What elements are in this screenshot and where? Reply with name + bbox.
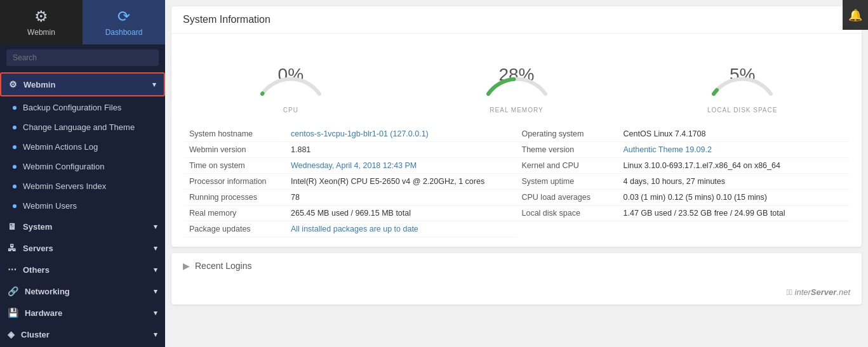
hardware-label: Hardware xyxy=(25,308,62,318)
dashboard-tab-label: Dashboard xyxy=(105,28,143,37)
processor-value: Intel(R) Xeon(R) CPU E5-2650 v4 @ 2.20GH… xyxy=(291,177,484,186)
sidebar-item-system[interactable]: 🖥 System ▾ xyxy=(0,216,165,237)
sidebar-nav: ⚙ Webmin ▾ Backup Configuration Files Ch… xyxy=(0,71,165,347)
sidebar-item-change-language[interactable]: Change Language and Theme xyxy=(0,117,165,137)
theme-value[interactable]: Authentic Theme 19.09.2 xyxy=(624,145,712,154)
servers-index-label: Webmin Servers Index xyxy=(23,181,106,191)
cluster-arrow-icon: ▾ xyxy=(154,331,157,339)
cpu-gauge-container: 0% xyxy=(253,46,329,103)
dot-icon xyxy=(13,145,17,149)
change-language-label: Change Language and Theme xyxy=(23,122,135,132)
kernel-row: Kernel and CPU Linux 3.10.0-693.17.1.el7… xyxy=(517,158,850,174)
system-label: System xyxy=(23,222,52,232)
servers-icon: 🖧 xyxy=(8,243,17,253)
search-container xyxy=(0,44,165,71)
dot-icon xyxy=(13,106,17,110)
uptime-label: System uptime xyxy=(522,177,624,186)
interserver-logo:  interServer.net xyxy=(171,278,862,304)
sidebar-item-networking[interactable]: 🔗 Networking ▾ xyxy=(0,280,165,302)
networking-label: Networking xyxy=(25,287,70,296)
real-memory-value: 265.45 MB used / 969.15 MB total xyxy=(291,209,411,218)
sidebar-item-backup-config[interactable]: Backup Configuration Files xyxy=(0,98,165,117)
os-value: CentOS Linux 7.4.1708 xyxy=(624,129,706,138)
search-input[interactable] xyxy=(6,49,159,66)
hostname-value[interactable]: centos-s-1vcpu-1gb-blr1-01 (127.0.0.1) xyxy=(291,129,429,138)
sidebar-item-others[interactable]: ⋯ Others ▾ xyxy=(0,259,165,280)
running-processes-value: 78 xyxy=(291,193,300,202)
kernel-label: Kernel and CPU xyxy=(522,161,624,170)
webmin-section-icon: ⚙ xyxy=(9,79,17,89)
package-updates-label: Package updates xyxy=(189,225,291,233)
dashboard-tab[interactable]: ⟳ Dashboard xyxy=(83,0,165,44)
cpu-gauge-label: CPU xyxy=(283,107,298,114)
kernel-value: Linux 3.10.0-693.17.1.el7.x86_64 on x86_… xyxy=(624,161,780,170)
webmin-section-label: Webmin xyxy=(23,80,55,89)
webmin-icon: ⚙ xyxy=(34,8,48,25)
servers-label: Servers xyxy=(23,244,53,253)
local-disk-row: Local disk space 1.47 GB used / 23.52 GB… xyxy=(517,206,850,221)
others-arrow-icon: ▾ xyxy=(154,266,157,274)
time-label: Time on system xyxy=(189,161,291,170)
cpu-gauge-svg xyxy=(253,46,329,103)
webmin-tab-label: Webmin xyxy=(27,28,55,37)
uptime-value[interactable]: 4 days, 10 hours, 27 minutes xyxy=(624,177,726,186)
disk-gauge-svg xyxy=(704,46,780,103)
disk-gauge-container: 5% xyxy=(704,46,780,103)
sidebar-item-servers[interactable]: 🖧 Servers ▾ xyxy=(0,237,165,259)
others-label: Others xyxy=(23,265,50,275)
actions-log-label: Webmin Actions Log xyxy=(23,142,98,152)
dot-icon xyxy=(13,165,17,169)
webmin-version-label: Webmin version xyxy=(189,145,291,154)
memory-gauge: 28% REAL MEMORY xyxy=(404,46,630,114)
system-info-table: System hostname centos-s-1vcpu-1gb-blr1-… xyxy=(171,120,862,247)
memory-gauge-label: REAL MEMORY xyxy=(490,107,543,114)
info-col-right: Operating system CentOS Linux 7.4.1708 T… xyxy=(517,126,850,237)
memory-gauge-container: 28% xyxy=(479,46,555,103)
sidebar-item-cluster[interactable]: ◈ Cluster ▾ xyxy=(0,324,165,345)
sidebar-item-hardware[interactable]: 💾 Hardware ▾ xyxy=(0,302,165,324)
real-memory-label: Real memory xyxy=(189,209,291,218)
local-disk-value: 1.47 GB used / 23.52 GB free / 24.99 GB … xyxy=(624,209,785,218)
disk-gauge-label: LOCAL DISK SPACE xyxy=(707,107,777,114)
time-value[interactable]: Wednesday, April 4, 2018 12:43 PM xyxy=(291,161,417,170)
memory-gauge-svg xyxy=(479,46,555,103)
system-arrow-icon: ▾ xyxy=(154,223,157,231)
sidebar-item-configuration[interactable]: Webmin Configuration xyxy=(0,157,165,176)
main-scrollable: System Information 0% CPU xyxy=(165,0,868,347)
sidebar: ⚙ Webmin ⟳ Dashboard ⚙ Webmin ▾ Backup C… xyxy=(0,0,165,347)
cpu-load-value: 0.03 (1 min) 0.12 (5 mins) 0.10 (15 mins… xyxy=(624,193,767,202)
hardware-icon: 💾 xyxy=(8,308,18,318)
others-icon: ⋯ xyxy=(8,265,17,275)
cpu-gauge: 0% CPU xyxy=(178,46,404,114)
recent-logins-panel: ▶ Recent Logins  interServer.net xyxy=(171,253,862,304)
system-info-panel: System Information 0% CPU xyxy=(171,6,862,247)
users-label: Webmin Users xyxy=(23,201,77,211)
dot-icon xyxy=(13,185,17,188)
hostname-row: System hostname centos-s-1vcpu-1gb-blr1-… xyxy=(184,126,517,142)
webmin-tab[interactable]: ⚙ Webmin xyxy=(0,0,83,44)
info-row: System hostname centos-s-1vcpu-1gb-blr1-… xyxy=(184,126,849,237)
os-label: Operating system xyxy=(522,129,624,138)
sidebar-item-users[interactable]: Webmin Users xyxy=(0,196,165,216)
system-icon: 🖥 xyxy=(8,221,17,232)
webmin-version-value: 1.881 xyxy=(291,145,310,154)
dot-icon xyxy=(13,126,17,129)
os-row: Operating system CentOS Linux 7.4.1708 xyxy=(517,126,850,142)
package-updates-value[interactable]: All installed packages are up to date xyxy=(291,225,418,233)
interserver-text:  interServer.net xyxy=(786,287,850,297)
sidebar-item-actions-log[interactable]: Webmin Actions Log xyxy=(0,137,165,157)
networking-arrow-icon: ▾ xyxy=(154,287,157,296)
networking-icon: 🔗 xyxy=(8,286,18,296)
sidebar-item-servers-index[interactable]: Webmin Servers Index xyxy=(0,176,165,196)
recent-logins-header[interactable]: ▶ Recent Logins xyxy=(171,253,862,278)
main-content-area: 🔔 System Information 0% CPU xyxy=(165,0,868,347)
configuration-label: Webmin Configuration xyxy=(23,162,104,171)
backup-config-label: Backup Configuration Files xyxy=(23,103,121,112)
processor-row: Processor information Intel(R) Xeon(R) C… xyxy=(184,174,517,190)
sidebar-item-webmin[interactable]: ⚙ Webmin ▾ xyxy=(0,72,165,96)
info-col-left: System hostname centos-s-1vcpu-1gb-blr1-… xyxy=(184,126,517,237)
sidebar-top: ⚙ Webmin ⟳ Dashboard xyxy=(0,0,165,44)
dot-icon xyxy=(13,204,17,208)
disk-gauge: 5% LOCAL DISK SPACE xyxy=(629,46,855,114)
notification-bell-button[interactable]: 🔔 xyxy=(843,0,868,30)
